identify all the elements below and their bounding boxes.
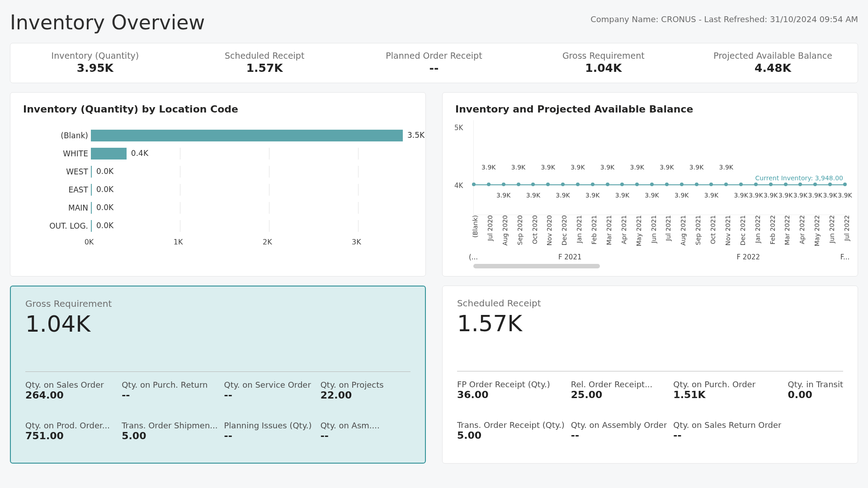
line-point-label: 3.9K <box>764 192 778 199</box>
line-point[interactable] <box>487 183 491 186</box>
bar-row[interactable]: EAST0.0K <box>25 181 413 199</box>
metric-label: Trans. Order Receipt (Qty.) <box>457 420 565 430</box>
line-point-label: 3.9K <box>511 164 525 171</box>
bar-fill: 0.0K <box>91 202 92 214</box>
metric-label: Qty. on Sales Return Order <box>673 420 781 430</box>
bar-value-label: 3.5K <box>407 131 425 140</box>
line-point[interactable] <box>843 183 847 186</box>
kpi-value: 1.04K <box>519 61 688 75</box>
line-point[interactable] <box>650 183 654 186</box>
metric[interactable]: Rel. Order Receipt...25.00 <box>571 380 667 400</box>
bar-fill: 3.5K <box>91 130 403 141</box>
bar-row[interactable]: MAIN0.0K <box>25 199 413 217</box>
metric-value: -- <box>571 430 667 441</box>
x-tick: Oct 2021 <box>709 215 717 244</box>
line-point[interactable] <box>798 183 802 186</box>
line-point-label: 3.9K <box>793 192 807 199</box>
kpi-value: -- <box>349 61 519 75</box>
kpi-gross-requirement[interactable]: Gross Requirement 1.04K <box>519 43 688 83</box>
bar-x-tick: 1K <box>174 238 183 246</box>
metric-value: -- <box>673 430 781 441</box>
line-point[interactable] <box>472 183 476 186</box>
card-gross-requirement[interactable]: Gross Requirement 1.04K Qty. on Sales Or… <box>10 286 426 464</box>
bar-fill: 0.0K <box>91 166 92 178</box>
divider <box>457 371 843 371</box>
line-point[interactable] <box>724 183 728 186</box>
bar-row[interactable]: WHITE0.4K <box>25 145 413 163</box>
line-point[interactable] <box>695 183 698 186</box>
line-point[interactable] <box>784 183 788 186</box>
card-scheduled-receipt[interactable]: Scheduled Receipt 1.57K FP Order Receipt… <box>442 286 858 464</box>
line-point[interactable] <box>680 183 684 186</box>
bar-row[interactable]: OUT. LOG.0.0K <box>25 217 413 235</box>
line-point-label: 3.9K <box>823 192 837 199</box>
bar-row[interactable]: (Blank)3.5K <box>25 127 413 145</box>
line-point-label: 3.9K <box>734 192 748 199</box>
metric[interactable]: Trans. Order Receipt (Qty.)5.00 <box>457 420 565 441</box>
line-point-label: 3.9K <box>778 192 793 199</box>
metric[interactable]: FP Order Receipt (Qty.)36.00 <box>457 380 565 400</box>
chart-inventory-by-location[interactable]: Inventory (Quantity) by Location Code (B… <box>10 92 426 277</box>
company-refresh-meta: Company Name: CRONUS - Last Refreshed: 3… <box>590 14 858 24</box>
metric-value: -- <box>321 430 410 441</box>
kpi-planned-order-receipt[interactable]: Planned Order Receipt -- <box>349 43 519 83</box>
line-point[interactable] <box>531 183 535 186</box>
card-label: Gross Requirement <box>25 298 410 309</box>
bar-category-label: WHITE <box>25 149 91 158</box>
metric[interactable]: Qty. on Purch. Return-- <box>122 380 217 401</box>
metric[interactable]: Qty. on Purch. Order1.51K <box>673 380 781 400</box>
line-point[interactable] <box>561 183 565 186</box>
x-tick: Jan 2021 <box>576 215 583 243</box>
metric[interactable]: Qty. on Prod. Order...751.00 <box>25 421 115 441</box>
y-tick: 4K <box>454 182 463 190</box>
line-point[interactable] <box>620 183 624 186</box>
kpi-value: 4.48K <box>688 61 858 75</box>
line-point[interactable] <box>591 183 594 186</box>
kpi-inventory-quantity[interactable]: Inventory (Quantity) 3.95K <box>10 43 180 83</box>
bar-fill: 0.0K <box>91 184 92 196</box>
kpi-projected-available-balance[interactable]: Projected Available Balance 4.48K <box>688 43 858 83</box>
x-tick: Apr 2021 <box>620 215 627 244</box>
line-point[interactable] <box>739 183 743 186</box>
metric-label: Qty. on Purch. Return <box>122 380 217 389</box>
x-tick: Oct 2020 <box>531 215 538 244</box>
line-point[interactable] <box>502 183 505 186</box>
metric[interactable]: Qty. on Sales Order264.00 <box>25 380 115 401</box>
metric[interactable]: Trans. Order Shipmen...5.00 <box>122 421 217 441</box>
x-tick: Jul 2022 <box>843 215 850 241</box>
line-point[interactable] <box>546 183 550 186</box>
x-tick: Sep 2021 <box>694 215 702 245</box>
kpi-label: Planned Order Receipt <box>349 51 519 61</box>
line-point[interactable] <box>576 183 580 186</box>
kpi-scheduled-receipt[interactable]: Scheduled Receipt 1.57K <box>180 43 349 83</box>
metric[interactable]: Qty. on Assembly Order-- <box>571 420 667 441</box>
card-value: 1.04K <box>25 311 410 337</box>
metric-value: 36.00 <box>457 389 565 400</box>
line-point[interactable] <box>709 183 713 186</box>
line-point[interactable] <box>769 183 773 186</box>
metric[interactable]: Planning Issues (Qty.)-- <box>224 421 314 441</box>
x-tick: Nov 2021 <box>724 215 731 245</box>
line-point-label: 3.9K <box>749 192 763 199</box>
line-point-label: 3.9K <box>645 192 659 199</box>
line-point[interactable] <box>635 183 639 186</box>
chart-inventory-and-pab[interactable]: Inventory and Projected Available Balanc… <box>442 92 858 277</box>
line-point[interactable] <box>517 183 520 186</box>
metric-label: Rel. Order Receipt... <box>571 380 667 389</box>
metric[interactable]: Qty. on Projects22.00 <box>321 380 410 401</box>
line-point[interactable] <box>754 183 758 186</box>
bar-row[interactable]: WEST0.0K <box>25 163 413 181</box>
line-point[interactable] <box>665 183 669 186</box>
divider <box>25 371 410 372</box>
line-point-label: 3.9K <box>675 192 689 199</box>
line-point[interactable] <box>813 183 817 186</box>
metric[interactable]: Qty. in Transit0.00 <box>788 380 843 400</box>
line-point[interactable] <box>828 183 832 186</box>
metric[interactable]: Qty. on Service Order-- <box>224 380 314 401</box>
line-point[interactable] <box>606 183 609 186</box>
metric[interactable]: Qty. on Sales Return Order-- <box>673 420 781 441</box>
chart-horizontal-scrollbar[interactable] <box>473 264 600 268</box>
metric[interactable]: Qty. on Asm....-- <box>321 421 410 441</box>
bar-category-label: MAIN <box>25 203 91 212</box>
bar-value-label: 0.0K <box>96 203 113 212</box>
